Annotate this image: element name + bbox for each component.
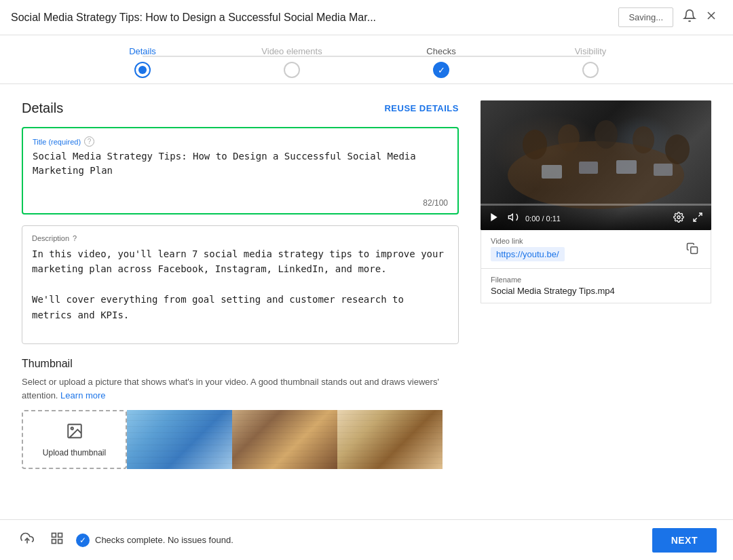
description-field-label: Description ?	[32, 234, 449, 242]
close-icon	[704, 9, 718, 26]
step-checks-circle	[433, 62, 449, 78]
svg-point-7	[595, 120, 618, 149]
next-button[interactable]: NEXT	[652, 528, 717, 553]
volume-button[interactable]	[506, 210, 520, 226]
video-controls: 0:00 / 0:11	[481, 205, 711, 230]
svg-rect-23	[52, 540, 56, 544]
title-char-count: 82/100	[33, 198, 448, 208]
fullscreen-button[interactable]	[691, 210, 704, 226]
step-visibility[interactable]: Visibility	[516, 46, 665, 78]
learn-more-link[interactable]: Learn more	[60, 390, 105, 400]
settings-button[interactable]	[672, 210, 685, 226]
svg-rect-21	[52, 534, 56, 538]
video-filename-label: Filename	[491, 276, 701, 284]
svg-rect-12	[616, 160, 637, 174]
step-checks-label: Checks	[426, 46, 455, 56]
title-field-wrapper: Title (required) ? Social Media Strategy…	[22, 127, 459, 214]
title-help-icon[interactable]: ?	[84, 136, 94, 147]
thumbnail-grid: Upload thumbnail	[22, 410, 459, 469]
step-visibility-label: Visibility	[575, 46, 607, 56]
close-button[interactable]	[700, 5, 722, 30]
bottom-bar: ✓ Checks complete. No issues found. NEXT	[0, 519, 733, 560]
svg-point-9	[665, 134, 690, 164]
video-link-url[interactable]: https://youtu.be/	[491, 247, 565, 261]
svg-line-18	[694, 218, 697, 221]
checks-text: Checks complete. No issues found.	[95, 535, 233, 545]
video-link-row: Video link https://youtu.be/	[481, 230, 711, 269]
checks-done-icon: ✓	[76, 534, 90, 547]
thumbnail-section: Thumbnail Select or upload a picture tha…	[22, 358, 459, 469]
svg-marker-14	[491, 213, 497, 221]
video-link-label: Video link	[491, 237, 565, 245]
svg-line-17	[698, 213, 702, 217]
svg-rect-11	[579, 162, 598, 174]
svg-point-8	[633, 126, 654, 153]
section-title: Details	[22, 100, 63, 116]
bell-icon	[683, 9, 696, 26]
description-label-text: Description	[32, 234, 69, 242]
svg-rect-19	[691, 246, 698, 253]
upload-button[interactable]	[16, 527, 38, 553]
volume-icon	[508, 212, 519, 225]
saving-button[interactable]: Saving...	[618, 7, 673, 27]
title-field-label: Title (required) ?	[33, 136, 448, 147]
step-details-label: Details	[129, 46, 156, 56]
copy-link-button[interactable]	[683, 240, 701, 259]
upload-thumbnail-label: Upload thumbnail	[43, 448, 106, 458]
svg-rect-13	[654, 164, 673, 176]
fullscreen-icon	[692, 212, 703, 225]
video-time: 0:00 / 0:11	[525, 214, 561, 223]
play-icon	[489, 212, 500, 225]
description-help-icon[interactable]: ?	[73, 234, 77, 242]
header: Social Media Strategy Tips: How to Desig…	[0, 0, 733, 35]
svg-point-5	[523, 130, 547, 160]
description-input[interactable]: In this video, you'll learn 7 social med…	[32, 246, 449, 335]
play-button[interactable]	[487, 210, 501, 226]
video-info: Video link https://youtu.be/ Filename So…	[481, 230, 711, 303]
svg-rect-10	[542, 165, 562, 179]
left-panel: Details REUSE DETAILS Title (required) ?…	[22, 100, 459, 507]
title-input[interactable]: Social Media Strategy Tips: How to Desig…	[33, 149, 448, 192]
right-panel: 0:00 / 0:11	[481, 100, 711, 507]
settings-icon	[673, 212, 684, 225]
svg-rect-22	[58, 534, 62, 538]
header-title: Social Media Strategy Tips: How to Desig…	[11, 12, 618, 24]
svg-point-6	[558, 124, 580, 151]
step-details-circle	[134, 62, 151, 78]
svg-point-3	[71, 427, 73, 429]
step-details[interactable]: Details	[68, 46, 217, 78]
svg-marker-15	[508, 214, 512, 220]
upload-arrow-icon	[20, 534, 34, 548]
grid-button[interactable]	[46, 527, 68, 553]
checks-status: ✓ Checks complete. No issues found.	[76, 534, 233, 547]
copy-icon	[686, 246, 698, 257]
thumbnail-title: Thumbnail	[22, 358, 459, 370]
section-header: Details REUSE DETAILS	[22, 100, 459, 116]
thumbnail-option-1[interactable]	[127, 410, 232, 469]
upload-thumbnail-button[interactable]: Upload thumbnail	[22, 410, 127, 469]
video-preview: 0:00 / 0:11	[481, 100, 711, 230]
svg-point-16	[677, 216, 680, 219]
step-visibility-circle	[582, 62, 599, 78]
reuse-details-button[interactable]: REUSE DETAILS	[384, 103, 459, 113]
title-label-text: Title (required)	[33, 138, 81, 146]
grid-icon	[50, 534, 64, 548]
thumbnail-option-2[interactable]	[232, 410, 337, 469]
thumbnail-desc: Select or upload a picture that shows wh…	[22, 375, 459, 402]
step-checks[interactable]: Checks	[366, 46, 516, 78]
description-field-wrapper: Description ? In this video, you'll lear…	[22, 225, 459, 344]
step-video-elements[interactable]: Video elements	[217, 46, 366, 78]
main-content: Details REUSE DETAILS Title (required) ?…	[0, 84, 733, 523]
step-video-elements-label: Video elements	[261, 46, 322, 56]
video-filename-value: Social Media Strategy Tips.mp4	[491, 286, 701, 296]
thumbnail-option-3[interactable]	[337, 410, 443, 469]
svg-rect-24	[58, 540, 62, 544]
notify-button[interactable]	[679, 5, 700, 30]
steps-nav: Details Video elements Checks Visibility	[0, 35, 733, 84]
upload-icon	[66, 422, 83, 444]
video-filename-row: Filename Social Media Strategy Tips.mp4	[481, 269, 711, 303]
step-video-elements-circle	[284, 62, 300, 78]
